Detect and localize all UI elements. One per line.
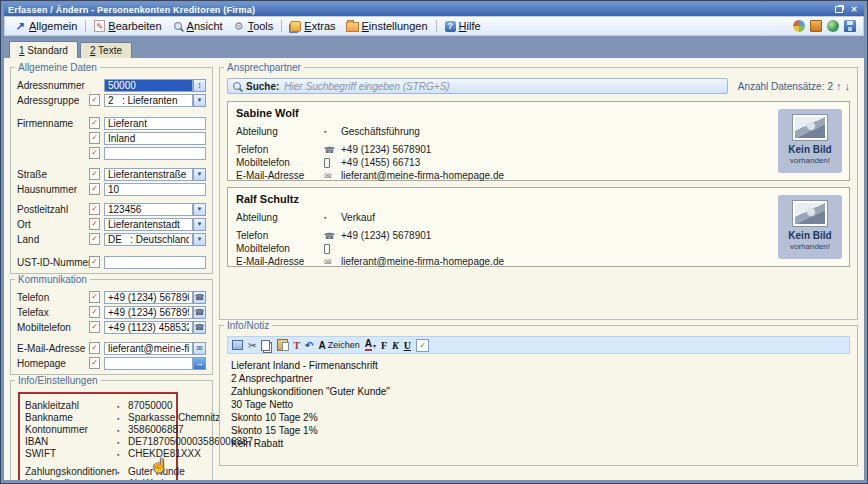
menu-ansicht[interactable]: Ansicht xyxy=(167,18,228,34)
menu-hilfe[interactable]: Hilfe xyxy=(440,18,486,34)
right-panel: Ansprechpartner Suche: Hier Suchbegriff … xyxy=(219,62,858,466)
hausnummer-input[interactable] xyxy=(104,183,206,196)
no-image-placeholder[interactable]: Kein Bild vorhanden! xyxy=(778,109,842,173)
font-color-icon[interactable]: A▾ xyxy=(365,339,376,352)
paste-icon[interactable] xyxy=(277,339,288,351)
titlebar[interactable]: Erfassen / Ändern - Personenkonten Kredi… xyxy=(4,3,864,16)
dropdown-button[interactable] xyxy=(193,233,206,246)
sync-pinwheel-icon[interactable] xyxy=(793,20,805,32)
cut-icon[interactable]: ✂ xyxy=(248,339,256,352)
edit-note-icon[interactable] xyxy=(416,339,429,352)
ort-input[interactable] xyxy=(104,218,193,231)
image-thumbnail-icon xyxy=(792,114,828,141)
telefon-input[interactable] xyxy=(104,291,193,304)
dial-button[interactable] xyxy=(193,321,206,334)
contact-name: Ralf Schultz xyxy=(236,193,841,205)
info-row-lieferbedingung: LieferbedingungAb Werk xyxy=(25,477,174,480)
field-hausnummer: Hausnummer xyxy=(17,182,206,196)
note-line: Skonto 15 Tage 1% xyxy=(231,424,846,437)
tab-texte[interactable]: 2 Texte xyxy=(80,42,132,58)
bullet-icon xyxy=(117,412,128,423)
search-label: Suche: xyxy=(246,81,279,92)
save-icon[interactable] xyxy=(844,20,856,32)
search-row: Suche: Hier Suchbegriff eingeben (STRG+S… xyxy=(227,78,850,94)
quick-toolbar xyxy=(793,20,859,32)
firmenname-input-1[interactable] xyxy=(104,117,206,130)
modified-check-icon xyxy=(89,321,100,333)
menu-bearbeiten[interactable]: Bearbeiten xyxy=(89,18,166,34)
mail-icon xyxy=(324,171,341,181)
next-record-button[interactable] xyxy=(845,81,851,92)
no-image-placeholder[interactable]: Kein Bild vorhanden! xyxy=(778,195,842,259)
dial-button[interactable] xyxy=(193,291,206,304)
modified-check-icon xyxy=(89,342,100,354)
strasse-input[interactable] xyxy=(104,168,193,181)
contact-card-ralf-schultz[interactable]: Ralf Schultz AbteilungVerkauf Telefon+49… xyxy=(227,187,850,267)
search-placeholder: Hier Suchbegriff eingeben (STRG+S) xyxy=(284,81,449,92)
restore-button[interactable] xyxy=(833,5,845,15)
field-firmenname-3 xyxy=(17,146,206,160)
close-button[interactable] xyxy=(848,5,860,15)
italic-icon[interactable]: K xyxy=(392,339,399,352)
send-mail-button[interactable] xyxy=(193,342,206,355)
dropdown-button[interactable] xyxy=(193,203,206,216)
note-line: 2 Ansprechpartner xyxy=(231,372,846,385)
email-input[interactable] xyxy=(104,342,193,355)
menu-tools[interactable]: Tools xyxy=(228,18,279,34)
underline-icon[interactable]: U xyxy=(404,339,411,352)
telefax-input[interactable] xyxy=(104,306,193,319)
app-window: Erfassen / Ändern - Personenkonten Kredi… xyxy=(0,0,868,484)
spinner-button[interactable] xyxy=(193,79,206,92)
modified-check-icon xyxy=(89,203,100,215)
note-line: Kein Rabatt xyxy=(231,437,846,450)
tab-standard[interactable]: 1 Standard xyxy=(9,41,78,58)
extras-cube-icon xyxy=(290,21,301,32)
menu-separator xyxy=(436,20,437,32)
globe-icon[interactable] xyxy=(827,20,839,32)
contact-card-sabine-wolf[interactable]: Sabine Wolf AbteilungGeschäftsführung Te… xyxy=(227,101,850,181)
gear-icon xyxy=(233,20,245,32)
group-allgemeine-daten: Allgemeine Daten Adressnummer Adressgrup… xyxy=(10,67,213,274)
copy-icon[interactable] xyxy=(261,340,270,351)
modified-check-icon xyxy=(89,183,100,195)
postleitzahl-input[interactable] xyxy=(104,203,193,216)
package-icon[interactable] xyxy=(810,20,822,32)
dropdown-button[interactable] xyxy=(193,94,206,107)
menu-allgemein[interactable]: Allgemein xyxy=(9,18,82,34)
bullet-icon xyxy=(324,128,341,135)
bullet-icon xyxy=(117,436,128,447)
land-input[interactable] xyxy=(104,233,193,246)
note-textarea[interactable]: Lieferant Inland - Firmenanschrift 2 Ans… xyxy=(227,357,850,461)
undo-icon[interactable]: ↶ xyxy=(305,339,313,352)
previous-record-button[interactable] xyxy=(836,81,842,92)
firmenname-input-3[interactable] xyxy=(104,147,206,160)
homepage-input[interactable] xyxy=(104,357,193,370)
firmenname-input-2[interactable] xyxy=(104,132,206,145)
bullet-icon xyxy=(324,214,341,221)
help-icon xyxy=(445,21,456,32)
character-format-button[interactable]: AZeichen xyxy=(318,339,359,352)
dropdown-button[interactable] xyxy=(193,168,206,181)
mobiltelefon-input[interactable] xyxy=(104,321,193,334)
group-legend: Ansprechpartner xyxy=(224,62,304,73)
bullet-icon xyxy=(117,448,128,459)
menu-extras[interactable]: Extras xyxy=(285,18,340,34)
bold-icon[interactable]: F xyxy=(381,339,387,352)
image-thumbnail-icon xyxy=(792,200,828,227)
left-panel: Allgemeine Daten Adressnummer Adressgrup… xyxy=(10,62,213,466)
modified-check-icon xyxy=(89,168,100,180)
adressgruppe-input[interactable] xyxy=(104,94,193,107)
open-homepage-button[interactable] xyxy=(193,357,206,370)
menu-einstellungen[interactable]: Einstellungen xyxy=(341,18,433,34)
search-input[interactable]: Suche: Hier Suchbegriff eingeben (STRG+S… xyxy=(227,78,728,94)
font-style-icon[interactable]: T xyxy=(293,339,300,352)
dial-button[interactable] xyxy=(193,306,206,319)
adressnummer-input[interactable] xyxy=(104,79,193,92)
contact-row-abteilung: AbteilungVerkauf xyxy=(236,211,841,224)
menubar: Allgemein Bearbeiten Ansicht Tools Extra… xyxy=(4,16,864,36)
dropdown-button[interactable] xyxy=(193,218,206,231)
window-title: Erfassen / Ändern - Personenkonten Kredi… xyxy=(8,5,255,15)
ust-id-input[interactable] xyxy=(104,256,206,269)
modified-check-icon xyxy=(89,218,100,230)
insert-image-icon[interactable] xyxy=(232,340,243,350)
